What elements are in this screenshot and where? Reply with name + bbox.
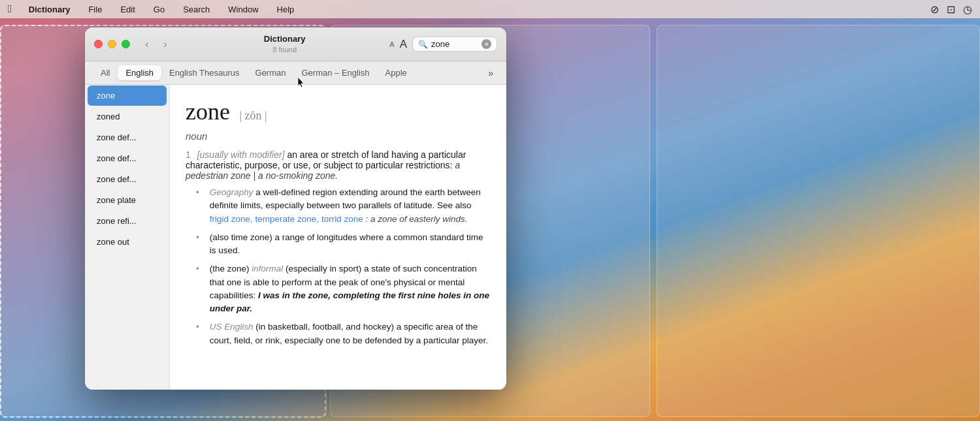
geography-example: : a zone of easterly winds. <box>365 214 467 224</box>
forward-button[interactable]: › <box>157 37 173 52</box>
menubar-window[interactable]: Window <box>224 3 262 16</box>
minimize-button[interactable] <box>108 40 116 48</box>
sidebar-item-zone-def1[interactable]: zone def... <box>88 127 167 148</box>
mc-panel-right <box>657 25 980 417</box>
tab-more-button[interactable]: » <box>483 65 498 81</box>
menubar-search[interactable]: Search <box>179 3 214 16</box>
bullet-us-english-content: US English (in basketball, football, and… <box>210 320 491 347</box>
informal-label: informal <box>252 264 286 273</box>
tab-english[interactable]: English <box>118 65 161 80</box>
back-button[interactable]: ‹ <box>139 37 155 52</box>
menubar:  Dictionary File Edit Go Search Window … <box>0 0 980 18</box>
apple-menu-icon[interactable]:  <box>8 3 12 15</box>
search-input[interactable]: zone <box>431 39 478 49</box>
zone-example-italic: I was in the zone, completing the first … <box>210 290 489 313</box>
bullet-the-zone: (the zone) informal (especially in sport… <box>196 262 491 315</box>
menubar-edit[interactable]: Edit <box>116 3 139 16</box>
definition-area: zone | zōn | noun 1 [usually with modifi… <box>170 85 506 390</box>
bullet-geography: Geography a well-defined region extendin… <box>196 186 491 226</box>
sidebar-item-zone-refi[interactable]: zone refi... <box>88 211 167 231</box>
definition-modifier: [usually with modifier] <box>197 149 285 160</box>
word-header: zone | zōn | <box>186 98 491 125</box>
streams-icon[interactable]: ⊘ <box>930 3 939 16</box>
font-small-button[interactable]: A <box>389 40 394 48</box>
menubar-help[interactable]: Help <box>273 3 299 16</box>
definition-number-label: 1 <box>186 149 191 160</box>
searchbar-area: A A 🔍 zone ✕ <box>389 37 497 52</box>
sidebar-item-zone-def3[interactable]: zone def... <box>88 169 167 189</box>
tabbar: All English English Thesaurus German Ger… <box>85 61 506 85</box>
word-type: noun <box>186 131 491 142</box>
window-title: Dictionary <box>264 34 306 45</box>
bullet-geography-content: Geography a well-defined region extendin… <box>210 186 491 226</box>
sidebar-item-zone-out[interactable]: zone out <box>88 232 167 252</box>
word-title: zone <box>186 99 230 125</box>
word-pronunciation: | zōn | <box>239 109 267 122</box>
window-subtitle: 8 found <box>272 45 297 54</box>
search-box[interactable]: 🔍 zone ✕ <box>412 37 497 52</box>
window-frame: ‹ › Dictionary 8 found A A 🔍 zone ✕ All … <box>85 27 506 390</box>
tab-german[interactable]: German <box>248 65 294 80</box>
bullet-us-english: US English (in basketball, football, and… <box>196 320 491 347</box>
us-english-label: US English <box>210 322 256 332</box>
link-temperate-zone[interactable]: temperate zone, <box>255 214 319 224</box>
people-icon[interactable]: ⊡ <box>947 3 955 16</box>
maximize-button[interactable] <box>122 40 130 48</box>
titlebar-center: Dictionary 8 found <box>180 34 389 54</box>
font-large-button[interactable]: A <box>400 38 407 51</box>
search-clear-button[interactable]: ✕ <box>482 39 491 49</box>
menubar-right-icons: ⊘ ⊡ ◷ <box>930 3 972 16</box>
the-zone-text: the zone <box>212 264 246 273</box>
search-icon: 🔍 <box>418 40 428 49</box>
menubar-app-name[interactable]: Dictionary <box>25 3 74 16</box>
nav-buttons: ‹ › <box>139 37 173 52</box>
menubar-go[interactable]: Go <box>150 3 169 16</box>
tab-english-thesaurus[interactable]: English Thesaurus <box>161 65 247 80</box>
timer-icon[interactable]: ◷ <box>963 3 972 16</box>
bullet-the-zone-content: (the zone) informal (especially in sport… <box>210 262 491 315</box>
sidebar: zone zoned zone def... zone def... zone … <box>85 85 170 390</box>
definition-entry-1: 1 [usually with modifier] an area or str… <box>186 149 491 181</box>
sidebar-item-zone[interactable]: zone <box>88 86 167 106</box>
bullet-time-zone-content: (also time zone) a range of longitudes w… <box>210 231 491 258</box>
close-button[interactable] <box>94 40 103 48</box>
traffic-lights <box>94 40 130 48</box>
sidebar-item-zone-plate[interactable]: zone plate <box>88 190 167 210</box>
sidebar-item-zoned[interactable]: zoned <box>88 106 167 127</box>
menubar-file[interactable]: File <box>84 3 106 16</box>
geography-label: Geography <box>210 187 256 197</box>
tab-all[interactable]: All <box>93 65 118 80</box>
bullet-time-zone: (also time zone) a range of longitudes w… <box>196 231 491 258</box>
sidebar-item-zone-def2[interactable]: zone def... <box>88 148 167 168</box>
content-area: zone zoned zone def... zone def... zone … <box>85 85 506 390</box>
link-frigid-zone[interactable]: frigid zone, <box>210 214 253 224</box>
titlebar: ‹ › Dictionary 8 found A A 🔍 zone ✕ <box>85 27 506 61</box>
tab-german-english[interactable]: German – English <box>294 65 378 80</box>
link-torrid-zone[interactable]: torrid zone <box>321 214 363 224</box>
dictionary-window: ‹ › Dictionary 8 found A A 🔍 zone ✕ All … <box>85 27 506 390</box>
tab-apple[interactable]: Apple <box>378 65 415 80</box>
